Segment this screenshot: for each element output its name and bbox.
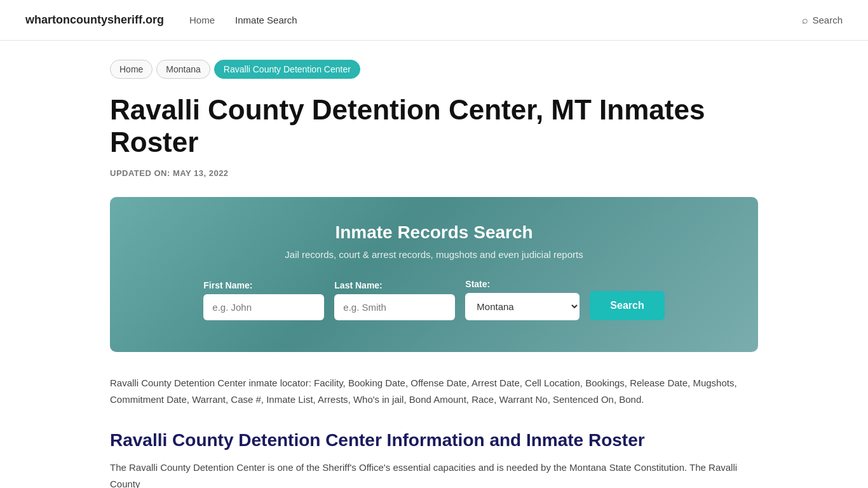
- last-name-label: Last Name:: [334, 280, 382, 290]
- nav-home[interactable]: Home: [189, 15, 215, 25]
- first-name-label: First Name:: [203, 280, 252, 290]
- search-button[interactable]: Search: [590, 291, 664, 320]
- first-name-group: First Name:: [203, 280, 324, 320]
- info-section-title: Ravalli County Detention Center Informat…: [110, 430, 758, 451]
- main-content: Home Montana Ravalli County Detention Ce…: [85, 41, 783, 488]
- site-header: whartoncountysheriff.org Home Inmate Sea…: [0, 0, 868, 41]
- updated-date: UPDATED ON: MAY 13, 2022: [110, 168, 758, 178]
- state-group: State: MontanaAlabamaAlaskaArizonaArkans…: [465, 279, 580, 320]
- search-form: First Name: Last Name: State: MontanaAla…: [129, 279, 739, 320]
- header-left: whartoncountysheriff.org Home Inmate Sea…: [25, 13, 297, 27]
- first-name-input[interactable]: [203, 294, 324, 320]
- breadcrumb-home[interactable]: Home: [110, 60, 153, 79]
- site-title[interactable]: whartoncountysheriff.org: [25, 13, 164, 27]
- breadcrumb-current[interactable]: Ravalli County Detention Center: [214, 60, 360, 79]
- header-search-label: Search: [812, 15, 843, 25]
- last-name-input[interactable]: [334, 294, 455, 320]
- nav-inmate-search[interactable]: Inmate Search: [235, 15, 297, 25]
- search-icon: ⌕: [802, 15, 808, 26]
- info-section-body: The Ravalli County Detention Center is o…: [110, 459, 758, 488]
- last-name-group: Last Name:: [334, 280, 455, 320]
- breadcrumb: Home Montana Ravalli County Detention Ce…: [110, 60, 758, 79]
- inmate-records-search-section: Inmate Records Search Jail records, cour…: [110, 197, 758, 352]
- main-nav: Home Inmate Search: [189, 15, 297, 25]
- breadcrumb-montana[interactable]: Montana: [156, 60, 210, 79]
- header-search-button[interactable]: ⌕ Search: [802, 15, 843, 26]
- page-title: Ravalli County Detention Center, MT Inma…: [110, 94, 758, 158]
- description-text: Ravalli County Detention Center inmate l…: [110, 375, 758, 407]
- search-section-subtitle: Jail records, court & arrest records, mu…: [129, 249, 739, 260]
- state-label: State:: [465, 279, 490, 289]
- search-section-title: Inmate Records Search: [129, 222, 739, 243]
- state-select[interactable]: MontanaAlabamaAlaskaArizonaArkansasCalif…: [465, 293, 580, 320]
